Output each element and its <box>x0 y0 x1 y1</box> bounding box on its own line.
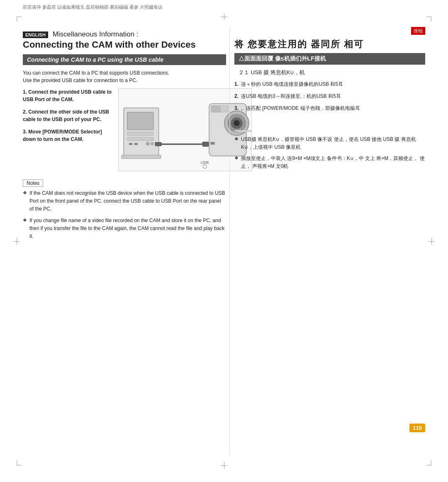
svg-rect-4 <box>129 143 132 145</box>
section-header-en: Connecting the CAM to a PC using the USB… <box>23 54 226 65</box>
intro-text: You can connect the CAM to a PC that sup… <box>23 69 226 84</box>
title-line2: Connecting the CAM with other Devices <box>23 39 226 50</box>
cross-mark-left <box>13 238 20 245</box>
chinese-badge-area: 按钮 <box>234 27 425 36</box>
right-column: 按钮 将 您要意注用的 器同所 相可 △面面面回覆 像≤机插们外LF接机 ２１ … <box>234 27 425 455</box>
step-1: 1. Connect the provided USB cable to USB… <box>23 88 114 103</box>
kanji-badge: 按钮 <box>411 27 425 35</box>
corner-mark-br <box>426 460 431 465</box>
chinese-step-2: 2. 连USB 电缆的3～和连接至.：机的USB 和5耳 <box>234 92 425 100</box>
cn-note-2: 插放至使止，中装人 连9×Μ ×Μ须文上 备件书：Κ∪，中 文上 将×Μ，其顿使… <box>234 155 425 170</box>
steps-text: 1. Connect the provided USB cable to USB… <box>23 88 114 171</box>
corner-mark-tr <box>426 17 431 22</box>
top-watermark: 莰莰请停 参磊莰 以顷如果蠕无 磊莰柚柚莭 募刻磁磁 看参 片照鏞蕚达 <box>23 4 425 10</box>
note-item-2: If you change file name of a video file … <box>23 217 225 241</box>
notes-section: Notes If the CAM does not recognise the … <box>23 179 225 240</box>
chinese-notes-content: USB摄 将息机Κ∪，摄管视中 USB 像不设 使止，使在 USB 接他 USB… <box>234 136 425 171</box>
step-3: 3. Move [POWER/MODE Selector] down to tu… <box>23 128 114 143</box>
chinese-main-title: 将 您要意注用的 器同所 相可 <box>234 38 425 51</box>
svg-rect-10 <box>155 143 161 146</box>
svg-rect-2 <box>127 132 153 135</box>
svg-rect-3 <box>127 137 153 140</box>
main-content: ENGLISH Miscellaneous Information : Conn… <box>23 27 425 455</box>
svg-rect-5 <box>134 143 138 145</box>
cross-mark-top <box>221 13 227 20</box>
note-item-1: If the CAM does not recognise the USB de… <box>23 189 225 213</box>
svg-rect-18 <box>211 106 220 112</box>
usb-diagram-container: USB ⬡ <box>118 88 252 171</box>
title-line1: ENGLISH Miscellaneous Information : <box>23 30 226 39</box>
chinese-step-3: 3. 。连匹配 [POWER/MODE 端子色颐，部摄像机电输耳 <box>234 104 425 112</box>
notes-label: Notes <box>23 179 43 187</box>
svg-rect-8 <box>122 155 161 158</box>
chinese-step-1: 1. 连＋秒的 USB 电缆连接至摄像机的USB 和5耳 <box>234 80 425 88</box>
chinese-steps: 1. 连＋秒的 USB 电缆连接至摄像机的USB 和5耳 2. 连USB 电缆的… <box>234 80 425 113</box>
chinese-section-header: △面面面回覆 像≤机插们外LF接机 <box>234 53 425 65</box>
svg-point-7 <box>151 143 153 145</box>
svg-text:⬡: ⬡ <box>202 164 207 169</box>
svg-rect-11 <box>202 142 209 147</box>
cross-mark-bottom <box>221 462 227 469</box>
left-column: ENGLISH Miscellaneous Information : Conn… <box>23 27 226 455</box>
english-badge: ENGLISH <box>23 31 48 38</box>
corner-mark-bl <box>17 460 22 465</box>
chinese-notes-section: USB摄 将息机Κ∪，摄管视中 USB 像不设 使止，使在 USB 接他 USB… <box>234 129 425 171</box>
cross-mark-right <box>428 238 435 245</box>
svg-rect-1 <box>127 112 153 130</box>
step-2: 2. Connect the other side of the USB cab… <box>23 108 114 123</box>
usb-diagram-svg: USB ⬡ <box>119 90 251 169</box>
notes-content: If the CAM does not recognise the USB de… <box>23 189 225 240</box>
page-number: 115 <box>409 424 425 432</box>
column-divider <box>229 27 230 455</box>
corner-mark-tl <box>17 17 22 22</box>
steps-image-area: 1. Connect the provided USB cable to USB… <box>23 88 226 171</box>
chinese-notes-label <box>234 130 251 132</box>
svg-point-6 <box>146 142 149 145</box>
chinese-intro: ２１ USB 摄 将息机Κ∪，机 <box>234 69 425 76</box>
cn-note-1: USB摄 将息机Κ∪，摄管视中 USB 像不设 使止，使在 USB 接他 USB… <box>234 136 425 151</box>
svg-rect-19 <box>210 142 215 145</box>
